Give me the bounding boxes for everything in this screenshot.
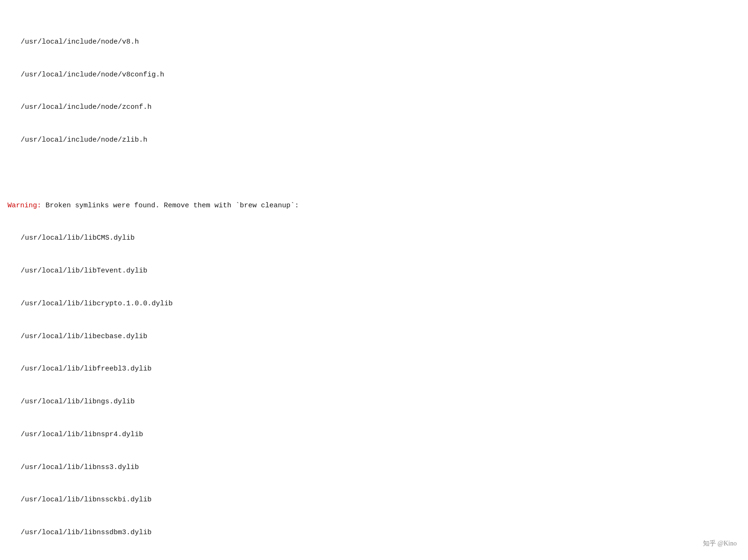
watermark: 知乎 @Kino (703, 538, 737, 549)
line-12: /usr/local/lib/libngs.dylib (8, 396, 740, 407)
line-warning: Warning: Broken symlinks were found. Rem… (8, 200, 740, 211)
line-9: /usr/local/lib/libcrypto.1.0.0.dylib (8, 298, 740, 309)
line-4: /usr/local/include/node/zlib.h (8, 135, 740, 145)
line-7: /usr/local/lib/libCMS.dylib (8, 233, 740, 243)
line-10: /usr/local/lib/libecbase.dylib (8, 331, 740, 342)
line-blank (8, 167, 740, 178)
line-14: /usr/local/lib/libnss3.dylib (8, 462, 740, 473)
line-3: /usr/local/include/node/zconf.h (8, 102, 740, 113)
line-2: /usr/local/include/node/v8config.h (8, 69, 740, 80)
line-15: /usr/local/lib/libnssckbi.dylib (8, 494, 740, 505)
terminal-output: /usr/local/include/node/v8.h /usr/local/… (8, 4, 740, 560)
line-13: /usr/local/lib/libnspr4.dylib (8, 429, 740, 440)
line-11: /usr/local/lib/libfreebl3.dylib (8, 363, 740, 374)
line-1: /usr/local/include/node/v8.h (8, 37, 740, 47)
line-8: /usr/local/lib/libTevent.dylib (8, 265, 740, 276)
warning-label: Warning: (8, 202, 41, 210)
line-16: /usr/local/lib/libnssdbm3.dylib (8, 527, 740, 538)
